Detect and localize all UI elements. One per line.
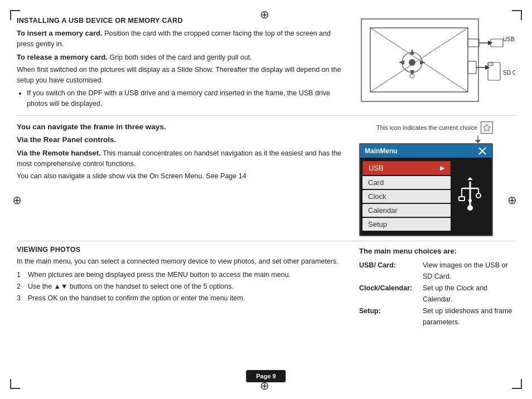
step-3-num: 3 bbox=[17, 293, 23, 304]
menu-item-calendar-label: Calendar bbox=[368, 206, 398, 215]
svg-marker-6 bbox=[410, 49, 414, 55]
svg-rect-14 bbox=[468, 61, 476, 74]
choice-desc-2: Set up slideshows and frame parameters. bbox=[423, 305, 515, 328]
bullet-item-1: If you switch on the DPF with a USB driv… bbox=[27, 88, 342, 109]
step-1-text: When pictures are being displayed press … bbox=[28, 270, 291, 280]
menu-icon-area bbox=[451, 161, 490, 232]
menu-list: USB ▶ Card Clock Calendar bbox=[362, 161, 451, 232]
nav-heading1: You can navigate the frame in three ways… bbox=[17, 121, 348, 133]
bullet-list: If you switch on the DPF with a USB driv… bbox=[27, 88, 342, 109]
svg-marker-17 bbox=[488, 62, 493, 66]
menu-item-setup[interactable]: Setup bbox=[362, 218, 451, 231]
usb-diagram-svg: USB Drive SD Card, etc bbox=[359, 17, 515, 106]
choice-desc-1: Set up the Clock and Calendar. bbox=[423, 283, 515, 305]
release-bold: To release a memory card. bbox=[17, 53, 108, 61]
viewing-text: VIEWING PHOTOS In the main menu, you can… bbox=[17, 246, 348, 328]
menu-screenshot-area: This icon indicates the current choice bbox=[359, 121, 515, 236]
svg-marker-21 bbox=[483, 124, 490, 131]
svg-point-33 bbox=[467, 205, 473, 211]
menu-item-clock[interactable]: Clock bbox=[362, 190, 451, 203]
viewing-title: VIEWING PHOTOS bbox=[17, 246, 348, 254]
insert-bold: To insert a memory card. bbox=[17, 29, 103, 37]
menu-close-icon bbox=[477, 146, 487, 156]
svg-rect-11 bbox=[468, 39, 479, 47]
page-footer-label: Page 9 bbox=[256, 373, 275, 379]
nav-text: You can navigate the frame in three ways… bbox=[17, 121, 348, 236]
svg-point-34 bbox=[468, 199, 472, 202]
choice-desc-0: View images on the USB or SD Card. bbox=[423, 260, 515, 282]
svg-rect-30 bbox=[459, 197, 465, 201]
menu-item-card[interactable]: Card bbox=[362, 176, 451, 189]
svg-marker-7 bbox=[410, 70, 414, 76]
step-2-num: 2 bbox=[17, 281, 23, 292]
arrow-area bbox=[359, 135, 493, 143]
icon-indicator-row: This icon indicates the current choice bbox=[359, 121, 493, 134]
menu-item-calendar[interactable]: Calendar bbox=[362, 204, 451, 217]
menu-item-usb-label: USB bbox=[369, 164, 384, 172]
diagram-container: USB Drive SD Card, etc bbox=[359, 17, 515, 108]
svg-text:SD Card, etc: SD Card, etc bbox=[503, 70, 515, 76]
step-1: 1 When pictures are being displayed pres… bbox=[17, 270, 348, 280]
release-rest: Grip both sides of the card and gently p… bbox=[110, 53, 252, 61]
choices-grid: USB/ Card: View images on the USB or SD … bbox=[359, 260, 515, 328]
viewing-para: In the main menu, you can select a conne… bbox=[17, 256, 348, 267]
page-content: INSTALLING A USB DEVICE OR MEMORY CARD T… bbox=[17, 17, 515, 382]
step-3: 3 Press OK on the handset to confirm the… bbox=[17, 293, 348, 304]
usb-section-title: INSTALLING A USB DEVICE OR MEMORY CARD bbox=[17, 17, 342, 25]
svg-point-31 bbox=[476, 193, 481, 198]
step-2: 2 Use the ▲▼ buttons on the handset to s… bbox=[17, 281, 348, 292]
usb-diagram-area: USB Drive SD Card, etc bbox=[359, 17, 515, 109]
bottom-section: VIEWING PHOTOS In the main menu, you can… bbox=[17, 241, 515, 328]
menu-items-area: USB ▶ Card Clock Calendar bbox=[360, 158, 492, 235]
release-para: To release a memory card. Grip both side… bbox=[17, 52, 342, 63]
menu-item-clock-label: Clock bbox=[368, 192, 386, 201]
page-footer: Page 9 bbox=[246, 370, 286, 382]
svg-point-5 bbox=[409, 59, 415, 66]
menu-titlebar: MainMenu bbox=[360, 144, 492, 158]
choice-label-1: Clock/Calendar: bbox=[359, 283, 420, 305]
usb-install-text: INSTALLING A USB DEVICE OR MEMORY CARD T… bbox=[17, 17, 348, 109]
svg-marker-9 bbox=[420, 60, 425, 65]
choice-label-2: Setup: bbox=[359, 305, 420, 328]
svg-marker-8 bbox=[399, 60, 404, 65]
choice-label-0: USB/ Card: bbox=[359, 260, 420, 282]
menu-item-card-label: Card bbox=[368, 178, 384, 187]
steps-list: 1 When pictures are being displayed pres… bbox=[17, 270, 348, 303]
svg-marker-32 bbox=[467, 177, 473, 180]
indicator-icon bbox=[482, 123, 491, 132]
nav-para3: Via the Remote handset. This manual conc… bbox=[17, 148, 348, 169]
icon-indicator-text: This icon indicates the current choice bbox=[376, 124, 477, 131]
insert-para: To insert a memory card. Position the ca… bbox=[17, 28, 342, 50]
menu-item-usb-arrow: ▶ bbox=[440, 164, 444, 172]
slideshow-para: When first switched on the pictures will… bbox=[17, 65, 342, 86]
down-arrow-svg bbox=[470, 135, 486, 143]
step-2-text: Use the ▲▼ buttons on the handset to sel… bbox=[28, 281, 234, 292]
menu-item-usb[interactable]: USB ▶ bbox=[362, 161, 451, 175]
choices-heading: The main menu choices are: bbox=[359, 246, 515, 257]
svg-rect-13 bbox=[491, 39, 503, 47]
menu-screen: MainMenu USB ▶ Card bbox=[359, 143, 493, 236]
top-section: INSTALLING A USB DEVICE OR MEMORY CARD T… bbox=[17, 17, 515, 116]
menu-item-setup-label: Setup bbox=[368, 220, 387, 228]
mid-section: You can navigate the frame in three ways… bbox=[17, 116, 515, 241]
nav-bold3: Via the Remote handset. bbox=[17, 149, 101, 157]
usb-icon-svg bbox=[456, 177, 484, 216]
icon-indicator-box bbox=[481, 121, 493, 134]
step-3-text: Press OK on the handset to confirm the o… bbox=[28, 293, 245, 304]
nav-heading2: Via the Rear Panel controls. bbox=[17, 134, 348, 145]
choices-text: The main menu choices are: USB/ Card: Vi… bbox=[359, 246, 515, 328]
step-1-num: 1 bbox=[17, 270, 23, 280]
svg-text:USB Drive: USB Drive bbox=[503, 36, 515, 42]
nav-para4: You can also navigate a slide show via t… bbox=[17, 171, 348, 182]
menu-title-label: MainMenu bbox=[365, 147, 398, 155]
